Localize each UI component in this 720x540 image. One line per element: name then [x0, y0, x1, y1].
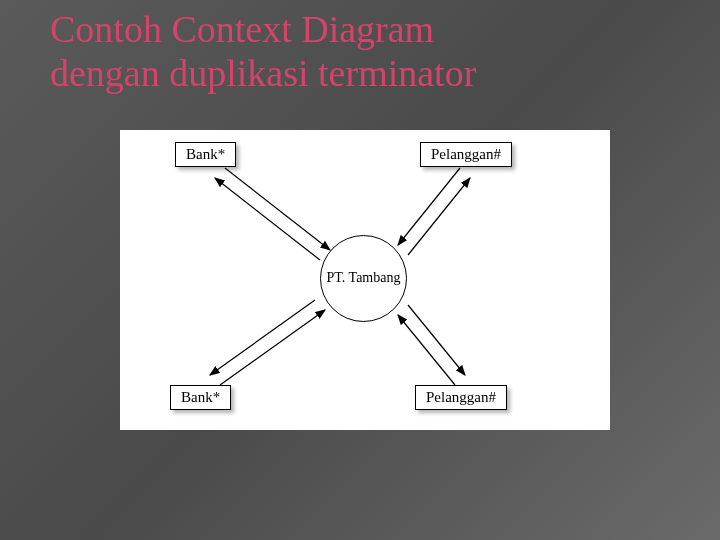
terminator-pelanggan-top: Pelanggan#	[420, 142, 512, 167]
terminator-pelanggan-bottom: Pelanggan#	[415, 385, 507, 410]
slide-title: Contoh Context Diagram dengan duplikasi …	[50, 8, 476, 95]
terminator-bank-top: Bank*	[175, 142, 236, 167]
svg-line-3	[398, 168, 460, 245]
terminator-bank-bottom: Bank*	[170, 385, 231, 410]
svg-line-5	[220, 310, 325, 385]
svg-line-2	[215, 178, 320, 260]
title-line-2: dengan duplikasi terminator	[50, 52, 476, 96]
svg-line-6	[210, 300, 315, 375]
svg-line-4	[408, 178, 470, 255]
svg-line-7	[398, 315, 455, 385]
context-diagram: Bank* Pelanggan# Bank* Pelanggan# PT. Ta…	[120, 130, 610, 430]
svg-line-8	[408, 305, 465, 375]
process-circle: PT. Tambang	[320, 235, 407, 322]
svg-line-1	[225, 168, 330, 250]
title-line-1: Contoh Context Diagram	[50, 8, 476, 52]
